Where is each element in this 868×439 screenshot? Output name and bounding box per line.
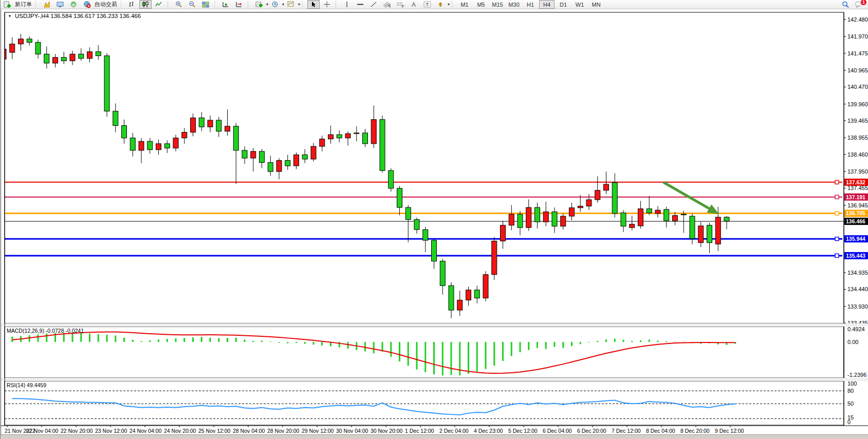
timeframe-W1[interactable]: W1 <box>572 0 587 9</box>
new-order-button[interactable]: 新订单 <box>14 1 33 8</box>
shift-chart-icon[interactable] <box>233 0 245 9</box>
candle <box>586 200 592 206</box>
notifications-icon[interactable]: 1 <box>853 0 865 9</box>
candle <box>260 151 265 163</box>
new-order-icon[interactable] <box>1 0 13 9</box>
candle <box>156 144 161 150</box>
candle <box>509 214 514 225</box>
candle <box>457 300 463 310</box>
trendline-tool-icon[interactable] <box>367 0 380 9</box>
arrow-objects-icon[interactable] <box>434 0 447 9</box>
candle <box>397 188 402 207</box>
channel-tool-icon[interactable]: F <box>394 0 407 9</box>
timeframe-H4[interactable]: H4 <box>539 0 555 9</box>
hline-handle[interactable] <box>835 237 839 241</box>
autotrade-button[interactable]: 自动交易 <box>94 1 119 8</box>
add-indicator-caret-icon[interactable]: ▾ <box>266 2 268 7</box>
candle <box>294 155 299 166</box>
label-tool-icon[interactable]: T <box>421 0 433 9</box>
price-tick-label: 136.945 <box>847 202 868 208</box>
candle <box>535 207 540 222</box>
profiles-icon[interactable] <box>54 0 66 9</box>
timeframe-MN[interactable]: MN <box>588 0 604 9</box>
line-chart-mode-icon[interactable] <box>153 0 165 9</box>
tile-windows-icon[interactable] <box>199 0 212 9</box>
time-tick-label: 25 Nov 12:00 <box>198 428 231 434</box>
time-tick-label: 28 Nov 04:00 <box>233 428 265 434</box>
candle <box>664 209 669 221</box>
time-tick-label: 8 Dec 20:00 <box>680 428 710 434</box>
mt4-application-window: { "toolbar": { "new_order_label": "新订单",… <box>0 0 868 439</box>
candle <box>501 225 506 241</box>
timeframe-M30[interactable]: M30 <box>506 0 522 9</box>
template-icon[interactable] <box>285 0 297 9</box>
candle <box>474 290 479 298</box>
horizontal-line-tool-icon[interactable] <box>354 0 366 9</box>
rsi-label: RSI(14) 49.4459 <box>7 382 46 388</box>
timeframe-M1[interactable]: M1 <box>457 0 472 9</box>
auto-scroll-icon[interactable] <box>219 0 232 9</box>
price-tick-label: 139.960 <box>847 101 868 107</box>
candle <box>104 56 109 111</box>
candle <box>96 52 101 56</box>
search-icon[interactable] <box>839 0 852 9</box>
timeframe-M15[interactable]: M15 <box>490 0 505 9</box>
bar-chart-mode-icon[interactable] <box>126 0 138 9</box>
candlestick-mode-icon[interactable] <box>139 0 152 9</box>
fibonacci-tool-icon[interactable]: E <box>381 0 393 9</box>
timeframe-M5[interactable]: M5 <box>473 0 489 9</box>
toolbar-separator <box>168 1 171 8</box>
time-tick-label: 2 Dec 04:00 <box>439 428 469 434</box>
candle <box>173 138 178 148</box>
charts-icon[interactable] <box>41 0 53 9</box>
autotrade-icon[interactable] <box>81 0 93 9</box>
vertical-line-tool-icon[interactable] <box>341 0 353 9</box>
timeframe-D1[interactable]: D1 <box>556 0 571 9</box>
add-indicator-icon[interactable] <box>253 0 265 9</box>
candle <box>35 42 41 54</box>
candle <box>70 54 75 61</box>
period-clock-icon[interactable] <box>269 0 281 9</box>
toolbar-separator <box>248 1 251 8</box>
svg-text:F: F <box>402 5 404 8</box>
template-caret-icon[interactable]: ▾ <box>298 2 300 7</box>
text-tool-icon[interactable]: A <box>408 0 420 9</box>
market-watch-icon[interactable] <box>67 0 80 9</box>
zoom-in-icon[interactable] <box>173 0 185 9</box>
price-tick-label: 138.955 <box>847 135 868 141</box>
macd-axis-min: -1.2396 <box>847 372 866 378</box>
hline-handle[interactable] <box>835 195 839 199</box>
price-label: 135.944 <box>846 236 865 242</box>
toolbar-separator <box>336 1 339 8</box>
candle <box>673 216 678 221</box>
candle <box>320 139 325 146</box>
svg-text:T: T <box>426 2 429 7</box>
candle <box>630 224 635 228</box>
hline-handle[interactable] <box>835 180 839 184</box>
candle <box>139 141 144 150</box>
timeframe-H1[interactable]: H1 <box>523 0 538 9</box>
toolbar-separator <box>35 1 39 8</box>
candle <box>707 225 712 243</box>
chart-dropdown-icon[interactable]: ▼ <box>8 14 12 18</box>
panel-splitter[interactable] <box>1 323 868 327</box>
cursor-tool-icon[interactable] <box>307 0 320 9</box>
price-chart-canvas[interactable]: ▼USDJPY-,H4 136.584 136.617 136.233 136.… <box>1 9 868 435</box>
time-tick-label: 24 Nov 04:00 <box>130 428 162 434</box>
candle <box>380 120 385 170</box>
candle <box>483 275 488 298</box>
period-caret-icon[interactable]: ▾ <box>282 2 284 7</box>
crosshair-tool-icon[interactable] <box>321 0 333 9</box>
hline-handle[interactable] <box>835 254 839 257</box>
chart-window[interactable]: ▼USDJPY-,H4 136.584 136.617 136.233 136.… <box>1 9 868 435</box>
time-tick-label: 22 Nov 20:00 <box>61 428 93 434</box>
panel-splitter[interactable] <box>1 378 868 381</box>
price-tick-label: 137.455 <box>847 185 868 191</box>
time-tick-label: 5 Dec 12:00 <box>508 428 538 434</box>
arrow-objects-caret-icon[interactable]: ▾ <box>448 2 450 7</box>
hline-handle[interactable] <box>835 212 839 215</box>
candle <box>389 170 394 188</box>
candle <box>147 141 153 149</box>
rsi-axis-tick: 100 <box>847 380 857 387</box>
zoom-out-icon[interactable] <box>186 0 198 9</box>
